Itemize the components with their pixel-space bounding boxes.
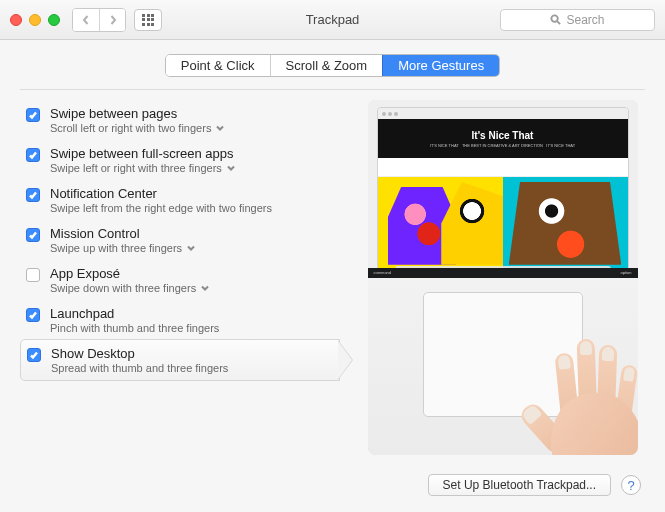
option-title: Swipe between full-screen apps xyxy=(50,146,336,161)
search-placeholder: Search xyxy=(566,13,604,27)
search-field[interactable]: Search xyxy=(500,9,655,31)
option-swipe-fullscreen[interactable]: Swipe between full-screen apps Swipe lef… xyxy=(20,140,340,180)
option-desc[interactable]: Swipe left or right with three fingers xyxy=(50,162,336,174)
titlebar: Trackpad Search xyxy=(0,0,665,40)
setup-bluetooth-button[interactable]: Set Up Bluetooth Trackpad... xyxy=(428,474,611,496)
nav-back-forward xyxy=(72,8,126,32)
option-title: Swipe between pages xyxy=(50,106,336,121)
show-all-prefs-button[interactable] xyxy=(134,9,162,31)
search-icon xyxy=(550,14,561,25)
help-button[interactable]: ? xyxy=(621,475,641,495)
content-area: Point & Click Scroll & Zoom More Gesture… xyxy=(0,40,665,512)
hand-illustration xyxy=(522,329,638,455)
checkbox[interactable] xyxy=(26,268,40,282)
option-mission-control[interactable]: Mission Control Swipe up with three fing… xyxy=(20,220,340,260)
options-list: Swipe between pages Scroll left or right… xyxy=(20,100,340,466)
zoom-window-button[interactable] xyxy=(48,14,60,26)
traffic-lights xyxy=(10,14,60,26)
option-desc[interactable]: Swipe down with three fingers xyxy=(50,282,336,294)
chevron-down-icon xyxy=(201,282,209,294)
chevron-down-icon xyxy=(216,122,224,134)
option-notification-center[interactable]: Notification Center Swipe left from the … xyxy=(20,180,340,220)
option-desc: Spread with thumb and three fingers xyxy=(51,362,335,374)
svg-line-1 xyxy=(558,21,561,24)
option-desc: Pinch with thumb and three fingers xyxy=(50,322,336,334)
close-window-button[interactable] xyxy=(10,14,22,26)
tab-point-click[interactable]: Point & Click xyxy=(166,55,270,76)
option-title: Launchpad xyxy=(50,306,336,321)
grid-icon xyxy=(142,14,154,26)
option-title: Show Desktop xyxy=(51,346,335,361)
checkbox[interactable] xyxy=(26,228,40,242)
checkbox[interactable] xyxy=(26,188,40,202)
option-show-desktop[interactable]: Show Desktop Spread with thumb and three… xyxy=(20,339,340,381)
gesture-video: It's Nice ThatIT'S NICE THAT THE BEST IN… xyxy=(368,100,638,455)
tab-bar: Point & Click Scroll & Zoom More Gesture… xyxy=(165,54,500,77)
option-app-expose[interactable]: App Exposé Swipe down with three fingers xyxy=(20,260,340,300)
option-desc[interactable]: Scroll left or right with two fingers xyxy=(50,122,336,134)
tab-more-gestures[interactable]: More Gestures xyxy=(382,55,499,76)
chevron-down-icon xyxy=(187,242,195,254)
forward-button[interactable] xyxy=(99,9,125,31)
footer: Set Up Bluetooth Trackpad... ? xyxy=(20,474,645,496)
checkbox[interactable] xyxy=(26,148,40,162)
option-desc: Swipe left from the right edge with two … xyxy=(50,202,336,214)
option-title: App Exposé xyxy=(50,266,336,281)
option-desc[interactable]: Swipe up with three fingers xyxy=(50,242,336,254)
preview-pane: It's Nice ThatIT'S NICE THAT THE BEST IN… xyxy=(340,100,645,466)
svg-point-0 xyxy=(552,15,558,21)
option-swipe-pages[interactable]: Swipe between pages Scroll left or right… xyxy=(20,100,340,140)
panel: Swipe between pages Scroll left or right… xyxy=(20,89,645,466)
tab-scroll-zoom[interactable]: Scroll & Zoom xyxy=(270,55,383,76)
option-title: Mission Control xyxy=(50,226,336,241)
checkbox[interactable] xyxy=(26,308,40,322)
back-button[interactable] xyxy=(73,9,99,31)
checkbox[interactable] xyxy=(27,348,41,362)
option-launchpad[interactable]: Launchpad Pinch with thumb and three fin… xyxy=(20,300,340,340)
chevron-down-icon xyxy=(227,162,235,174)
minimize-window-button[interactable] xyxy=(29,14,41,26)
checkbox[interactable] xyxy=(26,108,40,122)
option-title: Notification Center xyxy=(50,186,336,201)
